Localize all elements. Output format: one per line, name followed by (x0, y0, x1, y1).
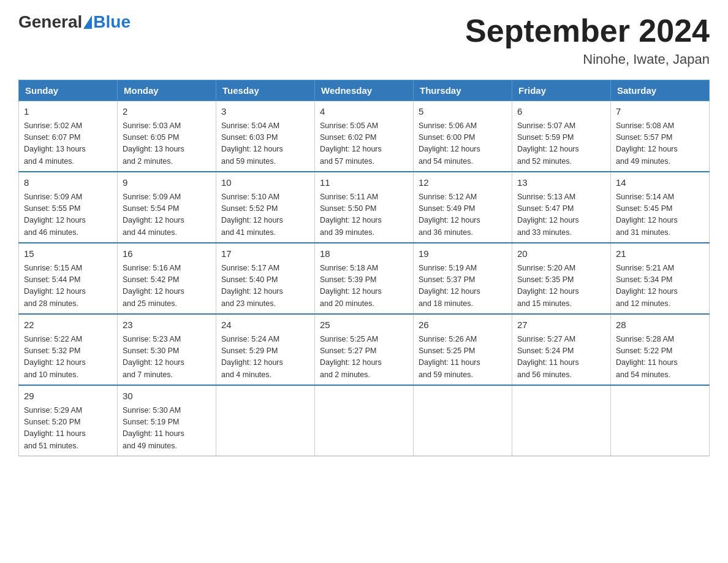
day-number: 28 (616, 318, 704, 332)
day-number: 5 (419, 105, 507, 119)
calendar-day-cell: 27Sunrise: 5:27 AMSunset: 5:24 PMDayligh… (512, 314, 611, 385)
day-info: Sunrise: 5:12 AMSunset: 5:49 PMDaylight:… (419, 191, 507, 239)
day-info: Sunrise: 5:20 AMSunset: 5:35 PMDaylight:… (517, 262, 605, 310)
day-info: Sunrise: 5:11 AMSunset: 5:50 PMDaylight:… (320, 191, 408, 239)
calendar-day-cell: 2Sunrise: 5:03 AMSunset: 6:05 PMDaylight… (118, 101, 216, 172)
calendar-day-cell: 23Sunrise: 5:23 AMSunset: 5:30 PMDayligh… (118, 314, 216, 385)
day-info: Sunrise: 5:24 AMSunset: 5:29 PMDaylight:… (221, 334, 309, 381)
calendar-day-cell: 3Sunrise: 5:04 AMSunset: 6:03 PMDaylight… (216, 101, 315, 172)
day-number: 19 (419, 247, 507, 261)
calendar-day-cell (414, 385, 512, 456)
day-number: 13 (517, 176, 605, 190)
day-number: 21 (616, 247, 704, 261)
logo-triangle-icon (83, 15, 92, 29)
day-number: 26 (419, 318, 507, 332)
day-number: 18 (320, 247, 408, 261)
calendar-day-cell: 9Sunrise: 5:09 AMSunset: 5:54 PMDaylight… (118, 172, 216, 243)
logo-blue-text: Blue (93, 12, 131, 32)
day-info: Sunrise: 5:16 AMSunset: 5:42 PMDaylight:… (123, 262, 211, 310)
calendar-day-cell: 20Sunrise: 5:20 AMSunset: 5:35 PMDayligh… (512, 243, 611, 314)
day-number: 12 (419, 176, 507, 190)
weekday-header: Sunday (19, 80, 118, 101)
day-number: 29 (24, 389, 112, 404)
day-number: 6 (517, 105, 605, 119)
day-number: 24 (221, 318, 309, 332)
calendar-week-row: 8Sunrise: 5:09 AMSunset: 5:55 PMDaylight… (19, 172, 710, 243)
calendar-day-cell: 11Sunrise: 5:11 AMSunset: 5:50 PMDayligh… (315, 172, 414, 243)
day-number: 14 (616, 176, 704, 190)
calendar-day-cell (216, 385, 315, 456)
weekday-header: Saturday (611, 80, 710, 101)
calendar-day-cell: 16Sunrise: 5:16 AMSunset: 5:42 PMDayligh… (118, 243, 216, 314)
day-number: 20 (517, 247, 605, 261)
calendar-day-cell: 22Sunrise: 5:22 AMSunset: 5:32 PMDayligh… (19, 314, 118, 385)
day-info: Sunrise: 5:09 AMSunset: 5:54 PMDaylight:… (123, 191, 211, 239)
day-number: 2 (123, 105, 211, 119)
calendar-day-cell: 8Sunrise: 5:09 AMSunset: 5:55 PMDaylight… (19, 172, 118, 243)
page-header: General Blue September 2024 Ninohe, Iwat… (18, 12, 710, 67)
day-number: 7 (616, 105, 704, 119)
day-number: 17 (221, 247, 309, 261)
day-info: Sunrise: 5:13 AMSunset: 5:47 PMDaylight:… (517, 191, 605, 239)
day-number: 30 (123, 389, 211, 404)
day-number: 9 (123, 176, 211, 190)
calendar-day-cell: 29Sunrise: 5:29 AMSunset: 5:20 PMDayligh… (19, 385, 118, 456)
day-info: Sunrise: 5:14 AMSunset: 5:45 PMDaylight:… (616, 191, 704, 239)
weekday-header: Wednesday (315, 80, 414, 101)
day-number: 15 (24, 247, 112, 261)
logo: General Blue (18, 12, 131, 32)
day-number: 25 (320, 318, 408, 332)
day-info: Sunrise: 5:26 AMSunset: 5:25 PMDaylight:… (419, 334, 507, 381)
calendar-title: September 2024 (465, 12, 710, 49)
calendar-day-cell: 1Sunrise: 5:02 AMSunset: 6:07 PMDaylight… (19, 101, 118, 172)
day-number: 22 (24, 318, 112, 332)
calendar-day-cell: 7Sunrise: 5:08 AMSunset: 5:57 PMDaylight… (611, 101, 710, 172)
calendar-day-cell: 17Sunrise: 5:17 AMSunset: 5:40 PMDayligh… (216, 243, 315, 314)
calendar-day-cell: 25Sunrise: 5:25 AMSunset: 5:27 PMDayligh… (315, 314, 414, 385)
calendar-day-cell: 24Sunrise: 5:24 AMSunset: 5:29 PMDayligh… (216, 314, 315, 385)
calendar-day-cell: 15Sunrise: 5:15 AMSunset: 5:44 PMDayligh… (19, 243, 118, 314)
day-info: Sunrise: 5:19 AMSunset: 5:37 PMDaylight:… (419, 262, 507, 310)
calendar-day-cell: 18Sunrise: 5:18 AMSunset: 5:39 PMDayligh… (315, 243, 414, 314)
day-info: Sunrise: 5:23 AMSunset: 5:30 PMDaylight:… (123, 334, 211, 381)
day-info: Sunrise: 5:04 AMSunset: 6:03 PMDaylight:… (221, 120, 309, 168)
calendar-day-cell: 26Sunrise: 5:26 AMSunset: 5:25 PMDayligh… (414, 314, 512, 385)
weekday-header: Tuesday (216, 80, 315, 101)
calendar-day-cell: 28Sunrise: 5:28 AMSunset: 5:22 PMDayligh… (611, 314, 710, 385)
day-info: Sunrise: 5:28 AMSunset: 5:22 PMDaylight:… (616, 334, 704, 381)
calendar-day-cell: 19Sunrise: 5:19 AMSunset: 5:37 PMDayligh… (414, 243, 512, 314)
weekday-header: Friday (512, 80, 611, 101)
day-info: Sunrise: 5:29 AMSunset: 5:20 PMDaylight:… (24, 405, 112, 453)
day-info: Sunrise: 5:08 AMSunset: 5:57 PMDaylight:… (616, 120, 704, 168)
calendar-title-area: September 2024 Ninohe, Iwate, Japan (465, 12, 710, 67)
calendar-week-row: 29Sunrise: 5:29 AMSunset: 5:20 PMDayligh… (19, 385, 710, 456)
day-info: Sunrise: 5:07 AMSunset: 5:59 PMDaylight:… (517, 120, 605, 168)
day-info: Sunrise: 5:17 AMSunset: 5:40 PMDaylight:… (221, 262, 309, 310)
calendar-day-cell: 10Sunrise: 5:10 AMSunset: 5:52 PMDayligh… (216, 172, 315, 243)
calendar-day-cell (611, 385, 710, 456)
day-number: 16 (123, 247, 211, 261)
day-number: 3 (221, 105, 309, 119)
calendar-day-cell (315, 385, 414, 456)
day-info: Sunrise: 5:25 AMSunset: 5:27 PMDaylight:… (320, 334, 408, 381)
calendar-day-cell: 5Sunrise: 5:06 AMSunset: 6:00 PMDaylight… (414, 101, 512, 172)
day-number: 11 (320, 176, 408, 190)
day-info: Sunrise: 5:03 AMSunset: 6:05 PMDaylight:… (123, 120, 211, 168)
calendar-week-row: 1Sunrise: 5:02 AMSunset: 6:07 PMDaylight… (19, 101, 710, 172)
calendar-day-cell: 14Sunrise: 5:14 AMSunset: 5:45 PMDayligh… (611, 172, 710, 243)
day-info: Sunrise: 5:30 AMSunset: 5:19 PMDaylight:… (123, 405, 211, 453)
day-info: Sunrise: 5:05 AMSunset: 6:02 PMDaylight:… (320, 120, 408, 168)
day-number: 4 (320, 105, 408, 119)
weekday-header: Thursday (414, 80, 512, 101)
calendar-week-row: 15Sunrise: 5:15 AMSunset: 5:44 PMDayligh… (19, 243, 710, 314)
day-number: 1 (24, 105, 112, 119)
calendar-header-row: SundayMondayTuesdayWednesdayThursdayFrid… (19, 80, 710, 101)
calendar-day-cell: 12Sunrise: 5:12 AMSunset: 5:49 PMDayligh… (414, 172, 512, 243)
calendar-subtitle: Ninohe, Iwate, Japan (465, 52, 710, 67)
day-info: Sunrise: 5:18 AMSunset: 5:39 PMDaylight:… (320, 262, 408, 310)
day-info: Sunrise: 5:10 AMSunset: 5:52 PMDaylight:… (221, 191, 309, 239)
day-number: 8 (24, 176, 112, 190)
calendar-day-cell: 21Sunrise: 5:21 AMSunset: 5:34 PMDayligh… (611, 243, 710, 314)
day-number: 10 (221, 176, 309, 190)
day-info: Sunrise: 5:02 AMSunset: 6:07 PMDaylight:… (24, 120, 112, 168)
